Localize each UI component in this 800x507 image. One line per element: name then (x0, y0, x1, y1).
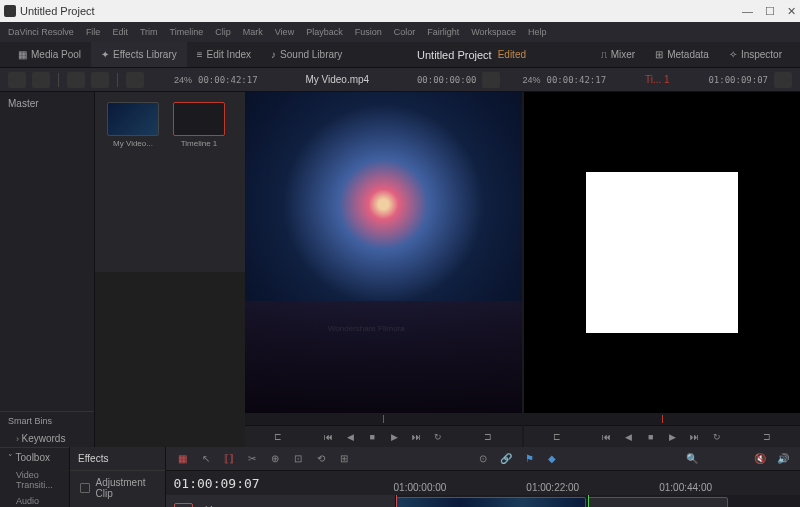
tl-mark-in-icon[interactable]: ⊏ (550, 430, 564, 444)
tool-overwrite-icon[interactable]: ⊡ (289, 451, 307, 467)
tl-name[interactable]: Ti... 1 (645, 74, 670, 85)
tl-next-icon[interactable]: ⏭ (688, 430, 702, 444)
video-clip[interactable]: 03:00 39:17 (396, 497, 586, 507)
tl-menu-icon[interactable] (774, 72, 792, 88)
volume-icon[interactable]: 🔊 (774, 451, 792, 467)
menu-playback[interactable]: Playback (306, 27, 343, 37)
src-tc2: 00:00:00:00 (417, 75, 477, 85)
menu-davinci-resolve[interactable]: DaVinci Resolve (8, 27, 74, 37)
tl-first-icon[interactable]: ⏮ (600, 430, 614, 444)
window-minimize[interactable]: — (742, 5, 753, 18)
ws-mixer[interactable]: ⎍ Mixer (591, 42, 645, 67)
tl-prev-icon[interactable]: ◀ (622, 430, 636, 444)
menu-workspace[interactable]: Workspace (471, 27, 516, 37)
src-first-icon[interactable]: ⏮ (321, 430, 335, 444)
empty-video-clip[interactable] (588, 497, 728, 507)
source-canvas[interactable]: Wondershare Filmora (245, 92, 522, 413)
ws-metadata[interactable]: ⊞ Metadata (645, 42, 719, 67)
smart-bins-label: Smart Bins (0, 411, 94, 430)
video-track-1: V1 Video 1 03:00 39:17 (166, 495, 800, 507)
flag-icon[interactable]: ⚑ (520, 451, 538, 467)
v1-badge[interactable]: V1 (174, 503, 194, 507)
keywords-bin[interactable]: › Keywords (0, 430, 94, 447)
timeline-scrubber[interactable] (524, 413, 801, 425)
ws-media-pool[interactable]: ▦ Media Pool (8, 42, 91, 67)
media-clip[interactable]: My Video... (105, 102, 161, 262)
tool-blade-icon[interactable]: ✂ (243, 451, 261, 467)
window-close[interactable]: ✕ (787, 5, 796, 18)
marker-icon[interactable]: ◆ (543, 451, 561, 467)
tool-replace-icon[interactable]: ⟲ (312, 451, 330, 467)
tool-selection-icon[interactable]: ▦ (174, 451, 192, 467)
tl-mark-out-icon[interactable]: ⊐ (760, 430, 774, 444)
window-maximize[interactable]: ☐ (765, 5, 775, 18)
menu-file[interactable]: File (86, 27, 101, 37)
view-list-icon[interactable] (8, 72, 26, 88)
src-mark-out-icon[interactable]: ⊐ (481, 430, 495, 444)
timeline-thumbnail (173, 102, 225, 136)
media-pool: My Video... Timeline 1 (95, 92, 245, 272)
view-thumb-icon[interactable] (32, 72, 50, 88)
toolbox-label[interactable]: ˅ Toolbox (0, 447, 69, 467)
ws-edit-index[interactable]: ≡ Edit Index (187, 42, 261, 67)
toolbox-audio-trans[interactable]: Audio Transiti... (0, 493, 69, 507)
menu-bar: DaVinci ResolveFileEditTrimTimelineClipM… (0, 22, 800, 42)
tool-fit-icon[interactable]: ⊞ (335, 451, 353, 467)
src-stop-icon[interactable]: ■ (365, 430, 379, 444)
sort-icon[interactable] (67, 72, 85, 88)
workspace-bar: ▦ Media Pool ✦ Effects Library ≡ Edit In… (0, 42, 800, 68)
menu-color[interactable]: Color (394, 27, 416, 37)
src-prev-icon[interactable]: ◀ (343, 430, 357, 444)
timeline-toolbar: ▦ ↖ ⟦⟧ ✂ ⊕ ⊡ ⟲ ⊞ ⊙ 🔗 ⚑ ◆ 🔍 🔇 🔊 (166, 447, 800, 471)
fx-adjustment-clip[interactable]: Adjustment Clip (70, 471, 164, 505)
ws-effects-library[interactable]: ✦ Effects Library (91, 42, 187, 67)
tool-arrow-icon[interactable]: ↖ (197, 451, 215, 467)
options-icon[interactable] (126, 72, 144, 88)
menu-view[interactable]: View (275, 27, 294, 37)
menu-help[interactable]: Help (528, 27, 547, 37)
app-icon (4, 5, 16, 17)
media-timeline[interactable]: Timeline 1 (171, 102, 227, 262)
src-mark-in-icon[interactable]: ⊏ (271, 430, 285, 444)
in-point[interactable] (396, 495, 397, 507)
tl-zoom[interactable]: 24% (522, 75, 540, 85)
master-bin[interactable]: Master (0, 92, 94, 114)
menu-clip[interactable]: Clip (215, 27, 231, 37)
source-scrubber[interactable] (245, 413, 522, 425)
window-titlebar: Untitled Project — ☐ ✕ (0, 0, 800, 22)
tl-play-icon[interactable]: ▶ (666, 430, 680, 444)
snap-icon[interactable]: ⊙ (474, 451, 492, 467)
zoom-icon[interactable]: 🔍 (683, 451, 701, 467)
ws-inspector[interactable]: ✧ Inspector (719, 42, 792, 67)
menu-edit[interactable]: Edit (112, 27, 128, 37)
src-loop-icon[interactable]: ↻ (431, 430, 445, 444)
tool-insert-icon[interactable]: ⊕ (266, 451, 284, 467)
menu-trim[interactable]: Trim (140, 27, 158, 37)
link-icon[interactable]: 🔗 (497, 451, 515, 467)
project-title: Untitled Project (417, 49, 492, 61)
timeline-timecode[interactable]: 01:00:09:07 (174, 476, 394, 491)
src-play-icon[interactable]: ▶ (387, 430, 401, 444)
ws-sound-library[interactable]: ♪ Sound Library (261, 42, 352, 67)
mute-icon[interactable]: 🔇 (751, 451, 769, 467)
timeline-ruler[interactable]: 01:00:00:0001:00:22:0001:00:44:00 (394, 471, 792, 495)
source-viewer: Wondershare Filmora ⊏ ⏮ ◀ ■ ▶ ⏭ ↻ ⊐ (245, 92, 522, 447)
timeline-canvas[interactable] (524, 92, 801, 413)
tool-trim-icon[interactable]: ⟦⟧ (220, 451, 238, 467)
src-next-icon[interactable]: ⏭ (409, 430, 423, 444)
v1-clips[interactable]: 03:00 39:17 (396, 495, 800, 507)
menu-mark[interactable]: Mark (243, 27, 263, 37)
effects-header: Effects (70, 447, 164, 471)
src-menu-icon[interactable] (482, 72, 500, 88)
menu-fairlight[interactable]: Fairlight (427, 27, 459, 37)
tl-stop-icon[interactable]: ■ (644, 430, 658, 444)
tl-loop-icon[interactable]: ↻ (710, 430, 724, 444)
search-icon[interactable] (91, 72, 109, 88)
toolbox-video-trans[interactable]: Video Transiti... (0, 467, 69, 493)
src-zoom[interactable]: 24% (174, 75, 192, 85)
playhead[interactable] (588, 495, 589, 507)
menu-fusion[interactable]: Fusion (355, 27, 382, 37)
menu-timeline[interactable]: Timeline (170, 27, 204, 37)
fx-sidebar: ˅ Toolbox Video Transiti... Audio Transi… (0, 447, 70, 507)
src-clip-name[interactable]: My Video.mp4 (305, 74, 369, 85)
